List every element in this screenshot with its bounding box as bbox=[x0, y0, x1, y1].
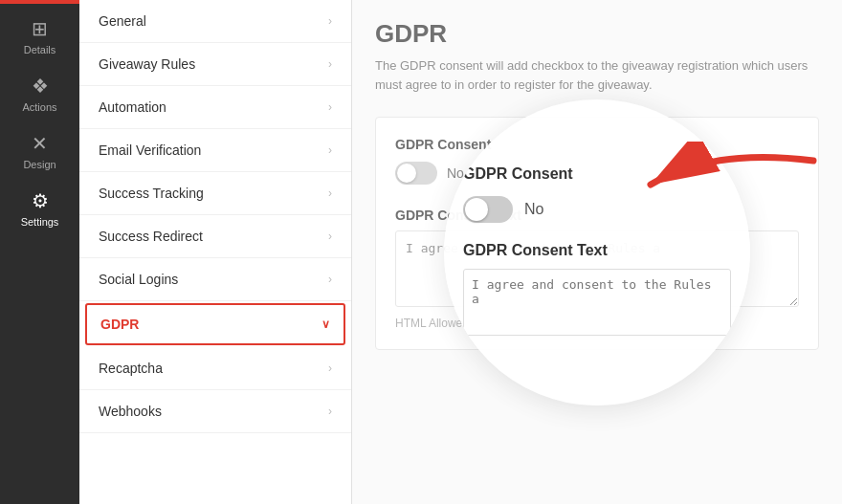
sidebar-item-design[interactable]: ✕ Design bbox=[0, 122, 79, 180]
gdpr-form: GDPR Consent No GDPR Consent Text HTML A… bbox=[375, 117, 819, 350]
gdpr-consent-label: GDPR Consent bbox=[395, 137, 799, 152]
actions-icon: ❖ bbox=[32, 75, 49, 98]
gdpr-toggle-row: No bbox=[395, 162, 799, 185]
design-icon: ✕ bbox=[32, 132, 48, 155]
sidebar-label-settings: Settings bbox=[21, 216, 59, 228]
chevron-email-verification: › bbox=[328, 143, 332, 157]
settings-icon: ⚙ bbox=[32, 189, 49, 212]
sidebar-item-details[interactable]: ⊞ Details bbox=[0, 8, 79, 65]
sidebar: ⊞ Details ❖ Actions ✕ Design ⚙ Settings bbox=[0, 0, 79, 504]
nav-gdpr[interactable]: GDPR ∨ bbox=[85, 303, 345, 345]
nav-success-redirect-label: Success Redirect bbox=[99, 229, 203, 244]
sidebar-item-settings[interactable]: ⚙ Settings bbox=[0, 180, 79, 237]
details-icon: ⊞ bbox=[32, 17, 48, 40]
nav-giveaway-rules-label: Giveaway Rules bbox=[99, 56, 195, 72]
nav-gdpr-label: GDPR bbox=[100, 317, 139, 332]
chevron-recaptcha: › bbox=[328, 362, 332, 375]
nav-general[interactable]: General › bbox=[79, 0, 351, 43]
chevron-giveaway-rules: › bbox=[328, 57, 332, 71]
sidebar-label-details: Details bbox=[24, 44, 56, 55]
chevron-gdpr: ∨ bbox=[321, 318, 330, 331]
nav-webhooks[interactable]: Webhooks › bbox=[79, 390, 351, 433]
gdpr-toggle[interactable] bbox=[395, 162, 437, 185]
chevron-success-redirect: › bbox=[328, 230, 332, 243]
nav-general-label: General bbox=[99, 13, 146, 29]
nav-automation[interactable]: Automation › bbox=[79, 86, 351, 129]
nav-social-logins[interactable]: Social Logins › bbox=[79, 258, 351, 301]
nav-giveaway-rules[interactable]: Giveaway Rules › bbox=[79, 43, 351, 86]
nav-email-verification[interactable]: Email Verification › bbox=[79, 129, 351, 172]
nav-email-verification-label: Email Verification bbox=[99, 142, 201, 158]
gdpr-consent-text-label: GDPR Consent Text bbox=[395, 208, 799, 223]
sidebar-item-actions[interactable]: ❖ Actions bbox=[0, 65, 79, 122]
page-title: GDPR bbox=[375, 19, 819, 49]
nav-success-tracking[interactable]: Success Tracking › bbox=[79, 172, 351, 215]
gdpr-consent-textarea[interactable] bbox=[395, 230, 799, 307]
sidebar-label-design: Design bbox=[23, 159, 55, 170]
nav-automation-label: Automation bbox=[99, 99, 166, 115]
nav-success-redirect[interactable]: Success Redirect › bbox=[79, 215, 351, 258]
nav-success-tracking-label: Success Tracking bbox=[99, 186, 204, 201]
toggle-state-label: No bbox=[447, 165, 464, 181]
nav-recaptcha[interactable]: Recaptcha › bbox=[79, 347, 351, 390]
chevron-webhooks: › bbox=[328, 405, 332, 418]
html-allowed-label: HTML Allowed bbox=[395, 317, 799, 330]
middle-nav: General › Giveaway Rules › Automation › … bbox=[79, 0, 352, 504]
nav-webhooks-label: Webhooks bbox=[99, 404, 162, 419]
main-content: GDPR The GDPR consent will add checkbox … bbox=[352, 0, 842, 504]
chevron-success-tracking: › bbox=[328, 186, 332, 200]
nav-recaptcha-label: Recaptcha bbox=[99, 361, 163, 376]
nav-social-logins-label: Social Logins bbox=[99, 272, 178, 287]
gdpr-description: The GDPR consent will add checkbox to th… bbox=[375, 56, 819, 94]
chevron-social-logins: › bbox=[328, 273, 332, 286]
chevron-automation: › bbox=[328, 100, 332, 114]
chevron-general: › bbox=[328, 14, 332, 28]
sidebar-label-actions: Actions bbox=[22, 101, 56, 113]
